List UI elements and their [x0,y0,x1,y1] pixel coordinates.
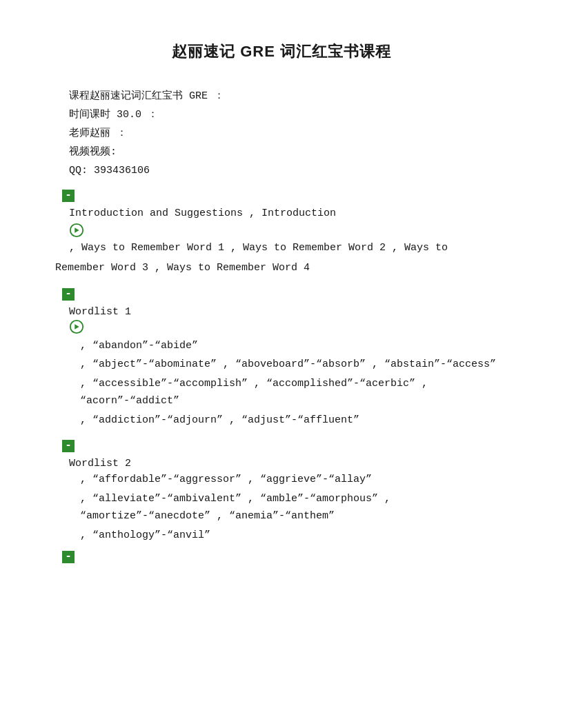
wordlist2-entry-1: , “alleviate”-“ambivalent” , “amble”-“am… [80,490,508,525]
section-wordlist2: - Wordlist 2 , “affordable”-“aggressor” … [55,434,508,566]
qq-label: QQ: 393436106 [69,161,508,180]
wordlist1-entry-3: , “addiction”-“adjourn” , “adjust”-“affl… [80,412,508,429]
collapse-btn-1[interactable]: - [62,190,75,202]
wordlist1-entry-2: , “accessible”-“accomplish” , “accomplis… [80,375,508,410]
course-info: 课程赵丽速记词汇红宝书 GRE ： 时间课时 30.0 ： 老师赵丽 ： 视频视… [69,87,508,180]
wordlist1-title: Wordlist 1 [69,306,508,318]
wordlist2-entry-0: , “affordable”-“aggressor” , “aggrieve”-… [80,471,508,489]
video-label: 视频视频: [69,143,508,161]
ways-line-1: , Ways to Remember Word 1 , Ways to Reme… [69,239,508,257]
collapse-btn-2[interactable]: - [62,288,75,301]
intro-line: Introduction and Suggestions , Introduct… [69,205,508,223]
ways-line-2: Remember Word 3 , Ways to Remember Word … [55,259,508,277]
wordlist2-entry-2: , “anthology”-“anvil” [80,527,508,545]
section-wordlist1: - Wordlist 1 , “abandon”-“abide” , “abje… [55,283,508,429]
collapse-btn-3[interactable]: - [62,440,75,452]
wordlist1-entry-0: , “abandon”-“abide” [80,337,508,355]
page-title: 赵丽速记 GRE 词汇红宝书课程 [55,41,508,62]
audio-icon-2[interactable] [69,319,84,334]
collapse-btn-4[interactable]: - [62,551,75,563]
wordlist2-title: Wordlist 2 [69,458,508,469]
section-introduction: - Introduction and Suggestions , Introdu… [55,184,508,277]
wordlist1-entry-1: , “abject”-“abominate” , “aboveboard”-“a… [80,356,508,374]
course-label: 课程赵丽速记词汇红宝书 GRE ： [69,87,508,105]
time-label: 时间课时 30.0 ： [69,105,508,124]
audio-icon-1[interactable] [69,223,84,238]
teacher-label: 老师赵丽 ： [69,124,508,143]
